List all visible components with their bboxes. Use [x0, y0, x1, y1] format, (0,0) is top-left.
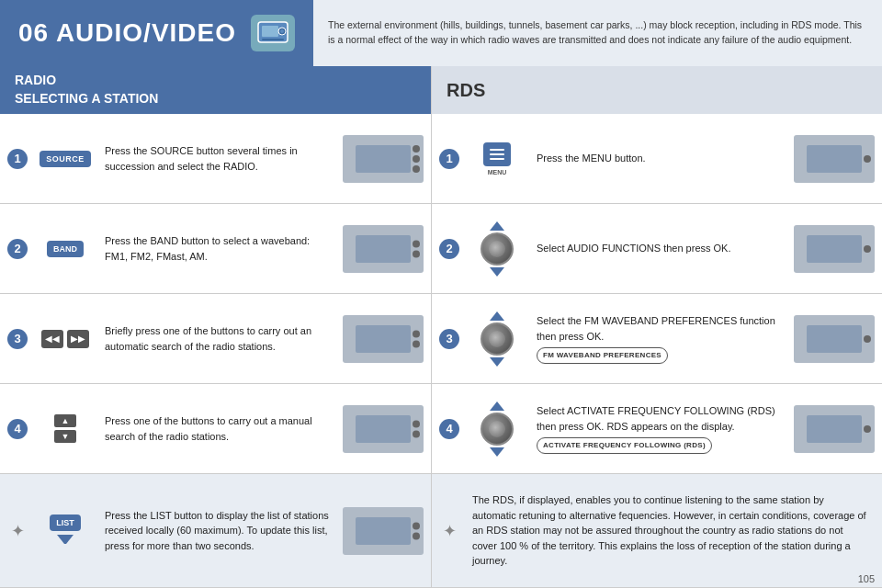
main-content: RADIO SELECTING A STATION 1 SOURCE Press… [0, 66, 882, 588]
left-column: RADIO SELECTING A STATION 1 SOURCE Press… [0, 66, 432, 588]
svg-rect-1 [262, 26, 278, 37]
rds-step-number-4: 4 [439, 419, 459, 439]
right-step-4-text: Select ACTIVATE FREQUENCY FOLLOWING (RDS… [529, 403, 794, 454]
left-step-1-text: Press the SOURCE button several times in… [97, 143, 343, 174]
svg-rect-4 [262, 39, 284, 40]
page-number: 105 [858, 573, 875, 584]
left-step-1: 1 SOURCE Press the SOURCE button several… [0, 114, 431, 204]
right-steps: 1 MENU Press the MENU button. [432, 114, 882, 588]
nav-down-btn: ▼ [54, 430, 76, 443]
chapter-title-block: 06 AUDIO/VIDEO [0, 0, 313, 66]
right-column: RDS 1 MENU [432, 66, 882, 588]
menu-label: MENU [488, 169, 507, 175]
left-title-line1: RADIO [15, 72, 158, 90]
rds-step-number-2: 2 [439, 239, 459, 259]
arrow-buttons-icon: ◀◀ ▶▶ [33, 330, 97, 348]
chapter-title: 06 AUDIO/VIDEO [18, 18, 236, 48]
left-step-2: 2 BAND Press the BAND button to select a… [0, 204, 431, 294]
star-step-image [343, 507, 424, 555]
rotary-knob-icon-2 [465, 221, 529, 277]
rds-step-1-image [794, 135, 875, 183]
rds-step-2-image [794, 225, 875, 273]
right-star-step: ✦ The RDS, if displayed, enables you to … [432, 474, 882, 588]
rds-step-3-image [794, 315, 875, 363]
star-icon: ✦ [7, 521, 28, 541]
right-step-1-text: Press the MENU button. [529, 151, 794, 166]
rotary-knob-2 [481, 232, 514, 266]
menu-button-icon: MENU [465, 142, 529, 175]
rotary-knob-icon-3 [465, 311, 529, 367]
header-description: The external environment (hills, buildin… [313, 0, 882, 66]
rds-star-icon: ✦ [439, 521, 459, 541]
left-steps: 1 SOURCE Press the SOURCE button several… [0, 114, 431, 588]
step-number-2: 2 [7, 239, 28, 259]
list-btn: LIST [50, 514, 81, 531]
rds-step-number-1: 1 [439, 149, 459, 169]
rds-step-number-3: 3 [439, 329, 459, 349]
band-button-icon: BAND [33, 241, 97, 257]
right-star-text: The RDS, if displayed, enables you to co… [465, 492, 875, 569]
step-number-1: 1 [7, 149, 28, 169]
list-button-icon: LIST [33, 514, 97, 548]
step-4-image [343, 405, 424, 453]
step-2-image [343, 225, 424, 273]
svg-point-3 [280, 29, 284, 33]
nav-btns: ▲ ▼ [54, 414, 76, 443]
step-1-image [343, 135, 424, 183]
right-step-1: 1 MENU Press the MENU button. [432, 114, 882, 204]
nav-up-btn: ▲ [54, 414, 76, 427]
step-3-image [343, 315, 424, 363]
right-step-3-text: Select the FM WAVEBAND PREFERENCES funct… [529, 313, 794, 364]
page-header: 06 AUDIO/VIDEO The external environment … [0, 0, 882, 66]
rotary-knob-4 [481, 413, 514, 446]
rotary-knob-icon-4 [465, 401, 529, 457]
chapter-icon [251, 15, 295, 51]
forward-btn: ▶▶ [67, 330, 89, 348]
step-number-3: 3 [7, 329, 28, 349]
left-section-title: RADIO SELECTING A STATION [0, 66, 431, 114]
nav-buttons-icon: ▲ ▼ [33, 414, 97, 443]
source-button-icon: SOURCE [33, 151, 97, 167]
rds-step-4-image [794, 405, 875, 453]
left-star-step: ✦ LIST Press the LIST button to display … [0, 474, 431, 588]
left-step-2-text: Press the BAND button to select a waveba… [97, 233, 343, 264]
right-section-title: RDS [432, 66, 882, 114]
left-title-line2: SELECTING A STATION [15, 90, 158, 108]
left-step-3: 3 ◀◀ ▶▶ Briefly press one of the buttons… [0, 294, 431, 384]
band-btn: BAND [47, 241, 84, 257]
rds-title: RDS [447, 80, 485, 101]
right-step-2-text: Select AUDIO FUNCTIONS then press OK. [529, 241, 794, 256]
left-step-3-text: Briefly press one of the buttons to carr… [97, 323, 343, 354]
fm-waveband-badge: FM WAVEBAND PREFERENCES [537, 347, 668, 364]
source-btn: SOURCE [40, 151, 91, 167]
arrow-btns: ◀◀ ▶▶ [41, 330, 89, 348]
right-step-4: 4 Select ACTIVATE FREQUENCY FOLLOWING (R… [432, 384, 882, 474]
left-star-text: Press the LIST button to display the lis… [97, 508, 343, 554]
left-step-4-text: Press one of the buttons to carry out a … [97, 413, 343, 444]
right-step-3: 3 Select the FM WAVEBAND PREFERENCES fun… [432, 294, 882, 384]
rotary-knob-3 [481, 322, 514, 356]
right-step-2: 2 Select AUDIO FUNCTIONS then press OK. [432, 204, 882, 294]
step-number-4: 4 [7, 419, 28, 439]
rewind-btn: ◀◀ [41, 330, 63, 348]
activate-freq-badge: ACTIVATE FREQUENCY FOLLOWING (RDS) [537, 437, 712, 454]
left-step-4: 4 ▲ ▼ Press one of the buttons to carry … [0, 384, 431, 474]
